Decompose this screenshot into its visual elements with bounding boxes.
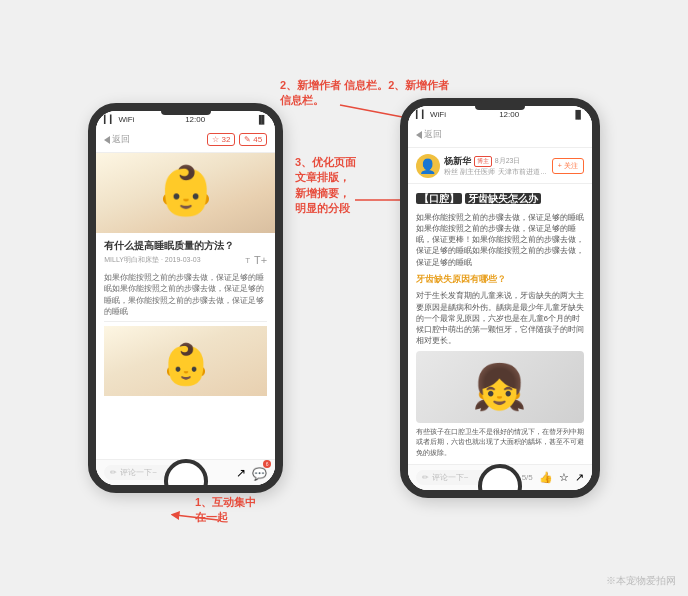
phone2-back-btn[interactable]: 返回 bbox=[416, 128, 442, 141]
phone2-bottom-bar: ✏ 评论一下~ 💬 5/5 👍 ☆ ↗ bbox=[408, 464, 592, 490]
phone1-back-arrow bbox=[104, 136, 110, 144]
phone1-nav-actions: ☆ 32 ✎ 45 bbox=[207, 133, 267, 146]
share-icon[interactable]: ↗ bbox=[236, 466, 246, 480]
phone2-signal: ▎▎ WiFi bbox=[416, 110, 446, 119]
font-large-icon[interactable]: T+ bbox=[254, 254, 267, 266]
phone2: ▎▎ WiFi 12:00 ▐▌ 返回 👤 杨新华 bbox=[400, 98, 600, 498]
phone2-author-sub: 粉丝 副主任医师 天津市前进道人民医院 bbox=[444, 168, 548, 177]
phone1-signal: ▎▎ WiFi bbox=[104, 115, 134, 124]
phone1-hero-image bbox=[96, 153, 275, 233]
phone2-author-bar: 👤 杨新华 博主 8月23日 粉丝 副主任医师 天津市前进道人民医院 + 关注 bbox=[408, 148, 592, 184]
phone2-battery: ▐▌ bbox=[572, 110, 583, 119]
phone1-battery: ▐▌ bbox=[256, 115, 267, 124]
phone1-secondary-image bbox=[104, 326, 267, 396]
phone1-star-action[interactable]: ☆ 32 bbox=[207, 133, 235, 146]
phone2-author-name-row: 杨新华 博主 8月23日 bbox=[444, 155, 548, 168]
phone2-back-label: 返回 bbox=[424, 128, 442, 141]
phone1-baby-image bbox=[96, 153, 275, 233]
phone2-author-date: 8月23日 bbox=[495, 156, 521, 166]
phone2-article-content: 【口腔】牙齿缺失怎么办 如果你能按照之前的步骤去做，保证足够的睡眠如果你能按照之… bbox=[408, 184, 592, 464]
phone2-like-icon[interactable]: 👍 bbox=[539, 471, 553, 484]
phone1-wrapper: ▎▎ WiFi 12:00 ▐▌ 返回 ☆ 32 bbox=[88, 103, 283, 493]
phone1: ▎▎ WiFi 12:00 ▐▌ 返回 ☆ 32 bbox=[88, 103, 283, 493]
phone1-article-source: MILLY明白和床垫 · 2019-03-03 T T+ bbox=[104, 254, 267, 266]
phone1-star-count: 32 bbox=[221, 135, 230, 144]
phone2-wrapper: ▎▎ WiFi 12:00 ▐▌ 返回 👤 杨新华 bbox=[400, 98, 600, 498]
comment-icon[interactable]: 💬 bbox=[252, 467, 267, 481]
phone1-comment-badge-wrapper: 💬 6 bbox=[252, 464, 267, 482]
annotation-label3: 3、优化页面文章排版，新增摘要，明显的分段 bbox=[295, 155, 356, 217]
phone2-share-icon[interactable]: ↗ bbox=[575, 471, 584, 484]
phone1-source-text: MILLY明白和床垫 · 2019-03-03 bbox=[104, 255, 200, 265]
svg-line-0 bbox=[175, 515, 218, 520]
phone1-time: 12:00 bbox=[185, 115, 205, 124]
phone1-back-btn[interactable]: 返回 bbox=[104, 133, 130, 146]
phone1-status-bar: ▎▎ WiFi 12:00 ▐▌ bbox=[96, 111, 275, 127]
phone1-bottom-icons: ↗ 💬 6 bbox=[236, 464, 267, 482]
phone2-author-info: 杨新华 博主 8月23日 粉丝 副主任医师 天津市前进道人民医院 bbox=[444, 155, 548, 177]
phone2-time: 12:00 bbox=[499, 110, 519, 119]
phone1-comment-placeholder: 评论一下~ bbox=[120, 467, 157, 478]
phone2-pencil-icon: ✏ bbox=[422, 473, 429, 482]
font-small-icon[interactable]: T bbox=[245, 256, 250, 265]
phone2-author-avatar: 👤 bbox=[416, 154, 440, 178]
phone2-status-bar: ▎▎ WiFi 12:00 ▐▌ bbox=[408, 106, 592, 122]
phone2-category-tag: 【口腔】 bbox=[416, 193, 462, 204]
pencil-icon: ✏ bbox=[110, 468, 117, 477]
phone1-bottom-bar: ✏ 评论一下~ ↗ 💬 6 bbox=[96, 459, 275, 485]
phone1-article-meta: 有什么提高睡眠质量的方法？ MILLY明白和床垫 · 2019-03-03 T … bbox=[96, 233, 275, 268]
phone2-nav: 返回 bbox=[408, 122, 592, 148]
phone1-divider bbox=[104, 321, 267, 322]
phone2-screen: ▎▎ WiFi 12:00 ▐▌ 返回 👤 杨新华 bbox=[408, 106, 592, 490]
phone2-intro: 如果你能按照之前的步骤去做，保证足够的睡眠如果你能按照之前的步骤去做，保证足够的… bbox=[416, 212, 584, 268]
phone2-comment-input[interactable]: ✏ 评论一下~ bbox=[416, 470, 502, 485]
phone2-follow-btn[interactable]: + 关注 bbox=[552, 158, 584, 174]
phone1-article-body: 如果你能按照之前的步骤去做，保证足够的睡眠如果你能按照之前的步骤去做，保证足够的… bbox=[96, 268, 275, 459]
phone1-screen: ▎▎ WiFi 12:00 ▐▌ 返回 ☆ 32 bbox=[96, 111, 275, 485]
phone2-comment-count: 5/5 bbox=[522, 473, 533, 482]
edit-icon: ✎ bbox=[244, 135, 251, 144]
phone2-footer-text: 有些孩子在口腔卫生不是很好的情况下，在替牙列中期或者后期，六齿也就出现了大面积的… bbox=[416, 427, 584, 459]
phone1-body-text: 如果你能按照之前的步骤去做，保证足够的睡眠如果你能按照之前的步骤去做，保证足够的… bbox=[104, 272, 267, 317]
watermark: ※本宠物爱拍网 bbox=[606, 574, 676, 588]
phone1-font-controls: T T+ bbox=[245, 254, 267, 266]
scene: ▎▎ WiFi 12:00 ▐▌ 返回 ☆ 32 bbox=[0, 0, 688, 596]
phone1-edit-action[interactable]: ✎ 45 bbox=[239, 133, 267, 146]
phone2-section-text: 对于生长发育期的儿童来说，牙齿缺失的两大主要原因是龋病和外伤。龋病是最少年儿童牙… bbox=[416, 290, 584, 346]
star-icon: ☆ bbox=[212, 135, 219, 144]
phone1-badge: 6 bbox=[263, 460, 271, 468]
phone2-girl-image bbox=[416, 351, 584, 423]
phone1-article-title: 有什么提高睡眠质量的方法？ bbox=[104, 239, 267, 252]
phone2-comment-placeholder: 评论一下~ bbox=[432, 472, 469, 483]
phone1-nav: 返回 ☆ 32 ✎ 45 bbox=[96, 127, 275, 153]
phone2-back-arrow bbox=[416, 131, 422, 139]
phone1-back-label: 返回 bbox=[112, 133, 130, 146]
phone1-edit-count: 45 bbox=[253, 135, 262, 144]
phone2-star-icon[interactable]: ☆ bbox=[559, 471, 569, 484]
phone1-comment-input[interactable]: ✏ 评论一下~ bbox=[104, 465, 194, 480]
phone2-bottom-icons: 💬 5/5 👍 ☆ ↗ bbox=[502, 471, 584, 484]
phone2-comment-icon[interactable]: 💬 bbox=[502, 471, 516, 484]
annotation-label1: 1、互动集中在一起 bbox=[195, 495, 256, 526]
phone2-subtitle: 牙齿缺失原因有哪些？ bbox=[416, 273, 584, 287]
phone2-author-tag: 博主 bbox=[474, 156, 492, 167]
phone2-author-name: 杨新华 bbox=[444, 155, 471, 168]
phone2-article-title: 【口腔】牙齿缺失怎么办 bbox=[416, 190, 584, 207]
